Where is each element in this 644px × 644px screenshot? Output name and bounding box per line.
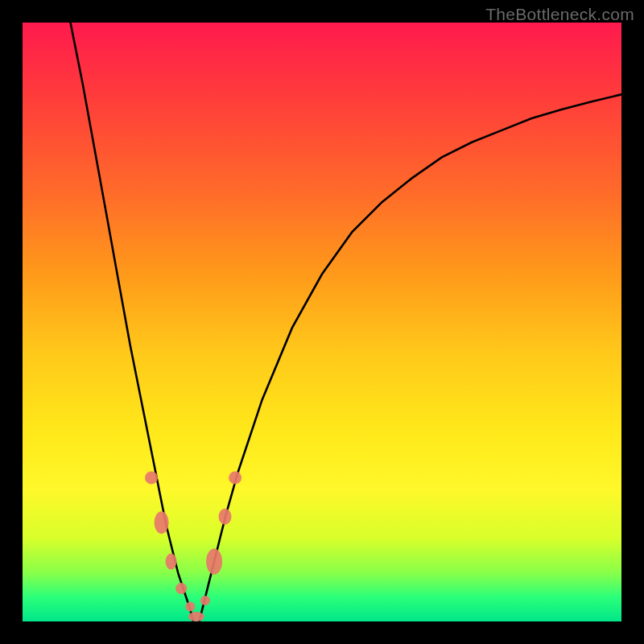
chart-marker-3: [175, 583, 187, 594]
chart-series-left-branch: [71, 23, 194, 621]
chart-marker-4: [185, 601, 195, 611]
chart-marker-6: [200, 596, 210, 605]
chart-marker-7: [206, 549, 222, 575]
chart-series-right-branch: [200, 94, 622, 621]
chart-plot-area: [23, 23, 621, 621]
chart-marker-5: [188, 612, 204, 621]
chart-lines: [71, 23, 622, 621]
chart-marker-8: [219, 509, 232, 525]
watermark-text: TheBottleneck.com: [485, 5, 634, 24]
chart-marker-9: [229, 471, 242, 484]
chart-marker-2: [166, 554, 177, 570]
chart-svg: [23, 23, 621, 621]
chart-marker-1: [155, 511, 169, 534]
chart-marker-0: [145, 471, 158, 484]
